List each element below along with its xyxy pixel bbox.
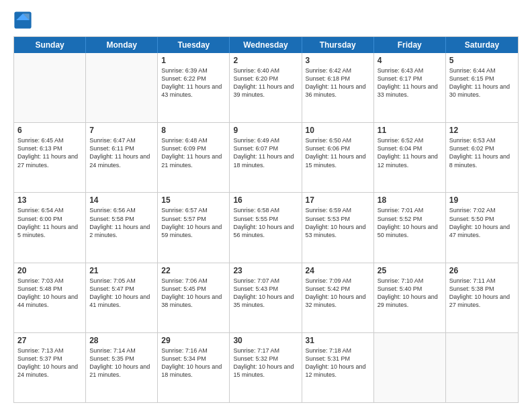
calendar-week-1: 1Sunrise: 6:39 AMSunset: 6:22 PMDaylight… bbox=[14, 53, 518, 122]
day-number: 12 bbox=[449, 126, 515, 135]
table-row: 11Sunrise: 6:52 AMSunset: 6:04 PMDayligh… bbox=[374, 123, 446, 192]
day-info: Sunrise: 7:10 AMSunset: 5:40 PMDaylight:… bbox=[378, 277, 442, 310]
calendar-week-3: 13Sunrise: 6:54 AMSunset: 6:00 PMDayligh… bbox=[14, 192, 518, 262]
day-number: 1 bbox=[161, 56, 226, 65]
day-info: Sunrise: 6:48 AMSunset: 6:09 PMDaylight:… bbox=[161, 136, 226, 169]
table-row: 13Sunrise: 6:54 AMSunset: 6:00 PMDayligh… bbox=[14, 193, 86, 262]
table-row: 21Sunrise: 7:05 AMSunset: 5:47 PMDayligh… bbox=[86, 263, 158, 332]
table-row: 8Sunrise: 6:48 AMSunset: 6:09 PMDaylight… bbox=[158, 123, 230, 192]
table-row: 29Sunrise: 7:16 AMSunset: 5:34 PMDayligh… bbox=[158, 333, 230, 402]
day-info: Sunrise: 7:03 AMSunset: 5:48 PMDaylight:… bbox=[17, 277, 82, 310]
day-number: 6 bbox=[17, 126, 82, 135]
table-row: 20Sunrise: 7:03 AMSunset: 5:48 PMDayligh… bbox=[14, 263, 86, 332]
day-number: 30 bbox=[233, 336, 298, 345]
day-number: 27 bbox=[17, 336, 82, 345]
table-row: 17Sunrise: 6:59 AMSunset: 5:53 PMDayligh… bbox=[302, 193, 374, 262]
day-info: Sunrise: 6:53 AMSunset: 6:02 PMDaylight:… bbox=[449, 136, 515, 169]
day-info: Sunrise: 6:59 AMSunset: 5:53 PMDaylight:… bbox=[306, 206, 370, 239]
day-number: 3 bbox=[306, 56, 370, 65]
header-day-wednesday: Wednesday bbox=[230, 37, 302, 53]
day-number: 11 bbox=[378, 126, 442, 135]
day-info: Sunrise: 7:18 AMSunset: 5:31 PMDaylight:… bbox=[306, 347, 370, 379]
day-info: Sunrise: 7:13 AMSunset: 5:37 PMDaylight:… bbox=[17, 347, 82, 379]
day-info: Sunrise: 7:02 AMSunset: 5:50 PMDaylight:… bbox=[449, 206, 515, 239]
day-number: 21 bbox=[89, 266, 154, 275]
calendar-header: SundayMondayTuesdayWednesdayThursdayFrid… bbox=[14, 37, 518, 53]
day-number: 15 bbox=[161, 195, 226, 205]
day-info: Sunrise: 6:44 AMSunset: 6:15 PMDaylight:… bbox=[449, 66, 515, 99]
day-info: Sunrise: 7:09 AMSunset: 5:42 PMDaylight:… bbox=[306, 277, 370, 310]
day-info: Sunrise: 6:43 AMSunset: 6:17 PMDaylight:… bbox=[378, 66, 442, 99]
calendar-body: 1Sunrise: 6:39 AMSunset: 6:22 PMDaylight… bbox=[14, 53, 518, 402]
table-row: 14Sunrise: 6:56 AMSunset: 5:58 PMDayligh… bbox=[86, 193, 158, 262]
table-row: 18Sunrise: 7:01 AMSunset: 5:52 PMDayligh… bbox=[374, 193, 446, 262]
day-number: 19 bbox=[449, 195, 515, 205]
table-row: 24Sunrise: 7:09 AMSunset: 5:42 PMDayligh… bbox=[302, 263, 374, 332]
calendar-week-2: 6Sunrise: 6:45 AMSunset: 6:13 PMDaylight… bbox=[14, 122, 518, 192]
day-number: 14 bbox=[89, 195, 154, 205]
table-row: 22Sunrise: 7:06 AMSunset: 5:45 PMDayligh… bbox=[158, 263, 230, 332]
table-row: 10Sunrise: 6:50 AMSunset: 6:06 PMDayligh… bbox=[302, 123, 374, 192]
day-number: 9 bbox=[233, 126, 298, 135]
day-info: Sunrise: 6:42 AMSunset: 6:18 PMDaylight:… bbox=[306, 66, 370, 99]
day-info: Sunrise: 6:39 AMSunset: 6:22 PMDaylight:… bbox=[161, 66, 226, 99]
day-number: 20 bbox=[17, 266, 82, 275]
day-info: Sunrise: 6:54 AMSunset: 6:00 PMDaylight:… bbox=[17, 206, 82, 239]
table-row: 3Sunrise: 6:42 AMSunset: 6:18 PMDaylight… bbox=[302, 53, 374, 122]
day-number: 2 bbox=[233, 56, 298, 65]
day-number: 28 bbox=[89, 336, 154, 345]
calendar: SundayMondayTuesdayWednesdayThursdayFrid… bbox=[13, 36, 519, 403]
day-number: 17 bbox=[306, 195, 370, 205]
table-row bbox=[446, 333, 518, 402]
table-row: 1Sunrise: 6:39 AMSunset: 6:22 PMDaylight… bbox=[158, 53, 230, 122]
table-row: 5Sunrise: 6:44 AMSunset: 6:15 PMDaylight… bbox=[446, 53, 518, 122]
day-info: Sunrise: 6:47 AMSunset: 6:11 PMDaylight:… bbox=[89, 136, 154, 169]
day-info: Sunrise: 7:01 AMSunset: 5:52 PMDaylight:… bbox=[378, 206, 442, 239]
day-number: 29 bbox=[161, 336, 226, 345]
table-row: 19Sunrise: 7:02 AMSunset: 5:50 PMDayligh… bbox=[446, 193, 518, 262]
day-number: 13 bbox=[17, 195, 82, 205]
table-row bbox=[86, 53, 158, 122]
table-row: 23Sunrise: 7:07 AMSunset: 5:43 PMDayligh… bbox=[230, 263, 302, 332]
header-day-thursday: Thursday bbox=[302, 37, 374, 53]
header-day-tuesday: Tuesday bbox=[158, 37, 230, 53]
day-number: 24 bbox=[306, 266, 370, 275]
day-number: 26 bbox=[449, 266, 515, 275]
day-number: 16 bbox=[233, 195, 298, 205]
day-info: Sunrise: 6:49 AMSunset: 6:07 PMDaylight:… bbox=[233, 136, 298, 169]
table-row: 6Sunrise: 6:45 AMSunset: 6:13 PMDaylight… bbox=[14, 123, 86, 192]
table-row: 15Sunrise: 6:57 AMSunset: 5:57 PMDayligh… bbox=[158, 193, 230, 262]
table-row: 26Sunrise: 7:11 AMSunset: 5:38 PMDayligh… bbox=[446, 263, 518, 332]
day-number: 10 bbox=[306, 126, 370, 135]
day-info: Sunrise: 7:14 AMSunset: 5:35 PMDaylight:… bbox=[89, 347, 154, 379]
day-info: Sunrise: 6:50 AMSunset: 6:06 PMDaylight:… bbox=[306, 136, 370, 169]
table-row: 9Sunrise: 6:49 AMSunset: 6:07 PMDaylight… bbox=[230, 123, 302, 192]
day-number: 22 bbox=[161, 266, 226, 275]
day-info: Sunrise: 6:40 AMSunset: 6:20 PMDaylight:… bbox=[233, 66, 298, 99]
day-info: Sunrise: 6:57 AMSunset: 5:57 PMDaylight:… bbox=[161, 206, 226, 239]
table-row: 16Sunrise: 6:58 AMSunset: 5:55 PMDayligh… bbox=[230, 193, 302, 262]
table-row: 4Sunrise: 6:43 AMSunset: 6:17 PMDaylight… bbox=[374, 53, 446, 122]
day-number: 18 bbox=[378, 195, 442, 205]
header-day-sunday: Sunday bbox=[14, 37, 86, 53]
day-info: Sunrise: 6:56 AMSunset: 5:58 PMDaylight:… bbox=[89, 206, 154, 239]
day-info: Sunrise: 7:06 AMSunset: 5:45 PMDaylight:… bbox=[161, 277, 226, 310]
day-number: 31 bbox=[306, 336, 370, 345]
page-header bbox=[13, 11, 519, 30]
day-number: 4 bbox=[378, 56, 442, 65]
day-info: Sunrise: 7:05 AMSunset: 5:47 PMDaylight:… bbox=[89, 277, 154, 310]
table-row: 12Sunrise: 6:53 AMSunset: 6:02 PMDayligh… bbox=[446, 123, 518, 192]
calendar-week-5: 27Sunrise: 7:13 AMSunset: 5:37 PMDayligh… bbox=[14, 332, 518, 402]
table-row: 7Sunrise: 6:47 AMSunset: 6:11 PMDaylight… bbox=[86, 123, 158, 192]
day-info: Sunrise: 7:17 AMSunset: 5:32 PMDaylight:… bbox=[233, 347, 298, 379]
calendar-week-4: 20Sunrise: 7:03 AMSunset: 5:48 PMDayligh… bbox=[14, 263, 518, 332]
day-number: 8 bbox=[161, 126, 226, 135]
table-row: 28Sunrise: 7:14 AMSunset: 5:35 PMDayligh… bbox=[86, 333, 158, 402]
header-day-friday: Friday bbox=[374, 37, 446, 53]
table-row: 30Sunrise: 7:17 AMSunset: 5:32 PMDayligh… bbox=[230, 333, 302, 402]
table-row: 2Sunrise: 6:40 AMSunset: 6:20 PMDaylight… bbox=[230, 53, 302, 122]
day-info: Sunrise: 7:07 AMSunset: 5:43 PMDaylight:… bbox=[233, 277, 298, 310]
logo-icon bbox=[13, 11, 32, 30]
day-info: Sunrise: 7:16 AMSunset: 5:34 PMDaylight:… bbox=[161, 347, 226, 379]
table-row bbox=[374, 333, 446, 402]
